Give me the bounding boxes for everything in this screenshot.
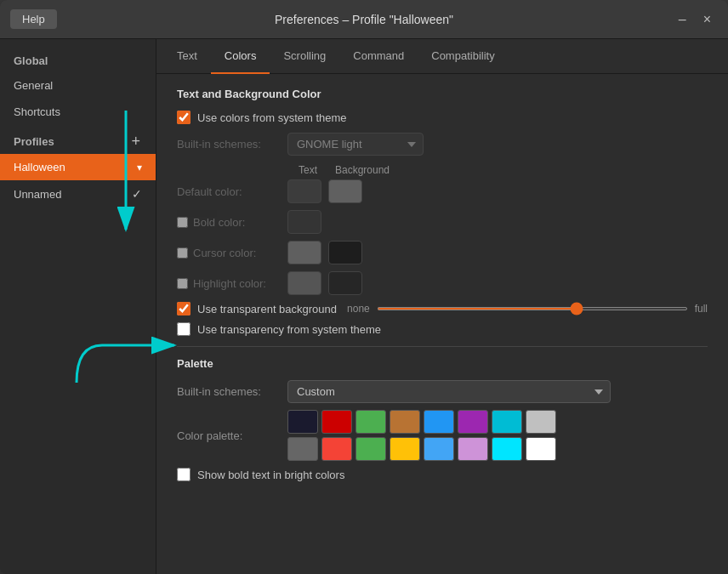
main-content: Global General Shortcuts Profiles + Hall… <box>0 39 728 574</box>
bold-color-checkbox[interactable] <box>177 217 188 228</box>
palette-swatch-6[interactable] <box>492 410 522 434</box>
transparent-row: Use transparent background none full <box>177 302 708 315</box>
add-profile-button[interactable]: + <box>129 134 142 149</box>
global-section-label: Global <box>0 46 156 72</box>
check-icon: ✓ <box>132 187 142 201</box>
palette-swatch-2[interactable] <box>355 410 386 434</box>
system-transparency-label[interactable]: Use transparency from system theme <box>177 322 381 336</box>
use-system-theme-text: Use colors from system theme <box>197 111 347 124</box>
palette-swatch-9[interactable] <box>321 437 352 461</box>
palette-swatch-8[interactable] <box>287 437 318 461</box>
cursor-text-swatch[interactable] <box>287 241 321 264</box>
highlight-color-row: Highlight color: <box>177 271 708 295</box>
transparent-checkbox-label[interactable]: Use transparent background <box>177 302 337 315</box>
transparency-slider[interactable] <box>377 307 688 310</box>
palette-scheme-select[interactable]: Custom <box>287 380 611 403</box>
palette-section-title: Palette <box>177 357 708 370</box>
tab-colors[interactable]: Colors <box>211 39 270 74</box>
palette-swatch-11[interactable] <box>390 437 420 461</box>
palette-section: Palette Built-in schemes: Custom Color p… <box>177 357 708 481</box>
system-transparency-row: Use transparency from system theme <box>177 322 708 336</box>
cursor-color-checkbox[interactable] <box>177 247 188 259</box>
profile-item-unnamed[interactable]: Unnamed ✓ <box>0 180 156 207</box>
bold-text-swatch[interactable] <box>287 210 321 234</box>
palette-swatch-4[interactable] <box>424 410 454 434</box>
right-panel: Text Colors Scrolling Command Compatibil… <box>156 39 728 574</box>
minimize-button[interactable]: – <box>672 9 693 31</box>
default-bg-swatch[interactable] <box>328 179 362 203</box>
full-label: full <box>695 303 708 315</box>
show-bold-checkbox[interactable] <box>177 468 191 481</box>
cursor-color-label: Cursor color: <box>177 247 287 259</box>
transparent-checkbox[interactable] <box>177 302 191 315</box>
default-color-label: Default color: <box>177 185 287 198</box>
palette-swatch-14[interactable] <box>492 437 522 461</box>
bold-color-row: Bold color: <box>177 210 708 234</box>
transparency-slider-wrap: none full <box>347 303 708 315</box>
color-grid <box>287 410 556 461</box>
bold-color-label: Bold color: <box>177 216 287 229</box>
palette-swatch-15[interactable] <box>526 437 556 461</box>
default-text-swatch[interactable] <box>287 179 321 203</box>
builtin-schemes-row: Built-in schemes: GNOME light <box>177 133 708 156</box>
color-palette-label: Color palette: <box>177 429 287 442</box>
palette-swatch-7[interactable] <box>526 410 556 434</box>
tab-text[interactable]: Text <box>163 39 211 74</box>
text-bg-section-title: Text and Background Color <box>177 88 708 100</box>
tab-command[interactable]: Command <box>339 39 418 74</box>
help-button[interactable]: Help <box>10 9 57 29</box>
palette-swatch-10[interactable] <box>355 437 386 461</box>
use-system-theme-checkbox[interactable] <box>177 111 191 124</box>
palette-row-2 <box>287 437 556 461</box>
show-bold-text: Show bold text in bright colors <box>197 469 344 481</box>
close-button[interactable]: × <box>697 9 718 31</box>
divider <box>177 346 708 347</box>
palette-swatch-5[interactable] <box>458 410 488 434</box>
system-transparency-checkbox[interactable] <box>177 322 191 336</box>
use-system-theme-label[interactable]: Use colors from system theme <box>177 111 347 124</box>
cursor-color-row: Cursor color: <box>177 241 708 264</box>
profiles-header: Profiles + <box>0 125 156 154</box>
profile-unnamed-label: Unnamed <box>14 188 61 201</box>
column-headers: Text Background <box>177 164 708 176</box>
palette-swatch-0[interactable] <box>287 410 318 434</box>
panel-body: Text and Background Color Use colors fro… <box>156 74 728 574</box>
show-bold-label[interactable]: Show bold text in bright colors <box>177 468 344 481</box>
window-controls: – × <box>672 9 718 31</box>
transparent-label-text: Use transparent background <box>197 303 337 315</box>
profile-item-halloween[interactable]: Halloween ▾ <box>0 154 156 180</box>
chevron-down-icon: ▾ <box>137 162 142 173</box>
cursor-bg-swatch[interactable] <box>328 241 362 264</box>
show-bold-row: Show bold text in bright colors <box>177 468 708 481</box>
tabs-bar: Text Colors Scrolling Command Compatibil… <box>156 39 728 74</box>
none-label: none <box>347 303 370 315</box>
sidebar-item-shortcuts[interactable]: Shortcuts <box>0 99 156 125</box>
profile-halloween-label: Halloween <box>14 161 65 173</box>
highlight-color-checkbox[interactable] <box>177 278 188 289</box>
palette-swatch-13[interactable] <box>458 437 488 461</box>
sidebar-item-general[interactable]: General <box>0 72 156 99</box>
sidebar: Global General Shortcuts Profiles + Hall… <box>0 39 156 574</box>
palette-swatch-12[interactable] <box>424 437 454 461</box>
tab-compatibility[interactable]: Compatibility <box>418 39 508 74</box>
builtin-scheme-select[interactable]: GNOME light <box>287 133 424 156</box>
builtin-schemes-label: Built-in schemes: <box>177 138 287 151</box>
palette-row-1 <box>287 410 556 434</box>
preferences-window: Help Preferences – Profile "Halloween" –… <box>0 0 728 574</box>
highlight-bg-swatch[interactable] <box>328 271 362 295</box>
palette-swatch-3[interactable] <box>390 410 420 434</box>
profiles-label: Profiles <box>14 135 129 148</box>
default-color-row: Default color: <box>177 179 708 203</box>
col-text-header: Text <box>287 164 328 176</box>
tab-scrolling[interactable]: Scrolling <box>270 39 339 74</box>
palette-schemes-label: Built-in schemes: <box>177 385 287 398</box>
window-title: Preferences – Profile "Halloween" <box>275 13 453 26</box>
titlebar: Help Preferences – Profile "Halloween" –… <box>0 0 728 39</box>
highlight-text-swatch[interactable] <box>287 271 321 295</box>
use-system-theme-row: Use colors from system theme <box>177 111 708 124</box>
system-transparency-text: Use transparency from system theme <box>197 323 381 336</box>
highlight-color-label: Highlight color: <box>177 277 287 290</box>
color-palette-row: Color palette: <box>177 410 708 461</box>
col-bg-header: Background <box>335 164 376 176</box>
palette-swatch-1[interactable] <box>321 410 352 434</box>
